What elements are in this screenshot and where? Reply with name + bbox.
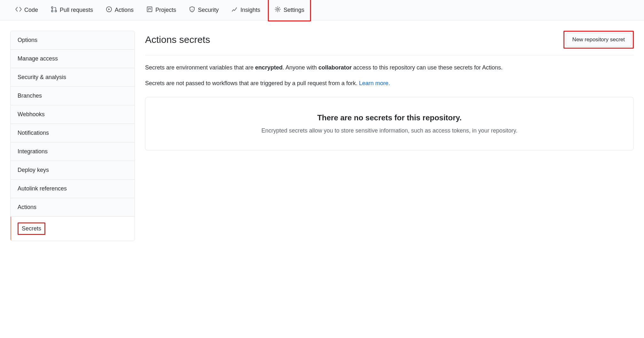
page-title: Actions secrets: [145, 34, 210, 45]
main-header: Actions secrets New repository secret: [145, 31, 634, 55]
shield-icon: [189, 6, 195, 14]
tab-actions-label: Actions: [115, 7, 134, 13]
tab-actions[interactable]: Actions: [101, 0, 139, 20]
highlight-new-secret: New repository secret: [563, 31, 634, 49]
sidebar-item-actions[interactable]: Actions: [11, 198, 135, 217]
sidebar-item-security-analysis[interactable]: Security & analysis: [11, 68, 135, 87]
highlight-secrets: Secrets: [18, 222, 45, 235]
highlight-settings: Settings: [268, 0, 311, 21]
new-repository-secret-button[interactable]: New repository secret: [566, 33, 632, 46]
description-1: Secrets are environment variables that a…: [145, 63, 634, 72]
sidebar-item-secrets[interactable]: Secrets: [11, 217, 135, 241]
tab-pull-requests-label: Pull requests: [60, 7, 93, 13]
sidebar-item-deploy-keys[interactable]: Deploy keys: [11, 161, 135, 180]
graph-icon: [231, 6, 238, 14]
tab-insights-label: Insights: [240, 7, 260, 13]
main-content: Actions secrets New repository secret Se…: [145, 31, 634, 241]
project-icon: [146, 6, 153, 14]
sidebar-item-branches[interactable]: Branches: [11, 87, 135, 105]
tab-projects[interactable]: Projects: [141, 0, 181, 20]
git-pull-request-icon: [51, 6, 57, 14]
settings-sidebar: Options Manage access Security & analysi…: [10, 31, 135, 241]
sidebar-item-options[interactable]: Options: [11, 31, 135, 50]
tab-code-label: Code: [24, 7, 38, 13]
code-icon: [15, 6, 22, 14]
learn-more-link[interactable]: Learn more.: [359, 80, 390, 86]
sidebar-item-integrations[interactable]: Integrations: [11, 142, 135, 161]
description-2: Secrets are not passed to workflows that…: [145, 79, 634, 88]
tab-settings[interactable]: Settings: [269, 0, 309, 20]
sidebar-item-webhooks[interactable]: Webhooks: [11, 105, 135, 124]
tab-security-label: Security: [198, 7, 219, 13]
empty-subtitle: Encrypted secrets allow you to store sen…: [158, 127, 621, 134]
play-circle-icon: [106, 6, 112, 14]
tab-security[interactable]: Security: [184, 0, 224, 20]
sidebar-item-autolink-references[interactable]: Autolink references: [11, 180, 135, 198]
tab-settings-label: Settings: [283, 7, 304, 13]
tab-projects-label: Projects: [155, 7, 176, 13]
empty-secrets-box: There are no secrets for this repository…: [145, 97, 634, 150]
gear-icon: [275, 6, 281, 14]
tab-pull-requests[interactable]: Pull requests: [46, 0, 98, 20]
tab-code[interactable]: Code: [10, 0, 43, 20]
svg-point-5: [192, 9, 192, 10]
tab-insights[interactable]: Insights: [226, 0, 265, 20]
sidebar-item-secrets-label: Secrets: [22, 225, 41, 232]
sidebar-item-manage-access[interactable]: Manage access: [11, 50, 135, 68]
sidebar-item-notifications[interactable]: Notifications: [11, 124, 135, 142]
svg-point-6: [277, 8, 279, 10]
empty-title: There are no secrets for this repository…: [158, 113, 621, 122]
repo-top-nav: Code Pull requests Actions Projects Secu…: [0, 0, 644, 20]
